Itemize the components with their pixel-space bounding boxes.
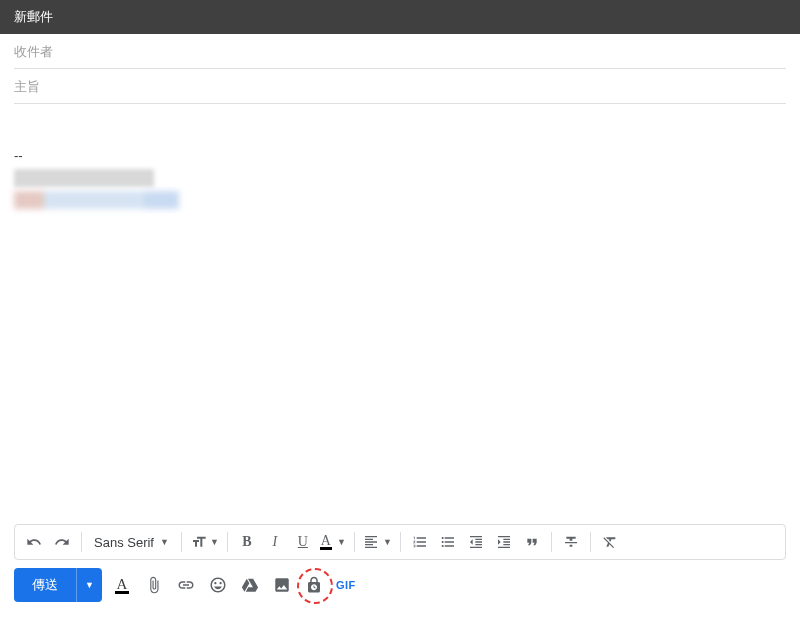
- chevron-down-icon: ▼: [383, 537, 392, 547]
- font-size-dropdown[interactable]: ▼: [188, 529, 221, 555]
- redo-button[interactable]: [49, 529, 75, 555]
- numbered-list-button[interactable]: [407, 529, 433, 555]
- font-family-label: Sans Serif: [94, 535, 154, 550]
- font-family-dropdown[interactable]: Sans Serif ▼: [88, 535, 175, 550]
- insert-drive-button[interactable]: [240, 575, 260, 595]
- insert-link-button[interactable]: [176, 575, 196, 595]
- subject-input[interactable]: [14, 79, 786, 94]
- bold-button[interactable]: B: [234, 529, 260, 555]
- bulleted-list-button[interactable]: [435, 529, 461, 555]
- insert-emoji-button[interactable]: [208, 575, 228, 595]
- toolbar-divider: [551, 532, 552, 552]
- remove-formatting-button[interactable]: [597, 529, 623, 555]
- signature-line-redacted: [14, 169, 154, 187]
- toolbar-divider: [81, 532, 82, 552]
- emoji-icon: [209, 576, 227, 594]
- align-dropdown[interactable]: ▼: [361, 529, 394, 555]
- lock-clock-icon: [305, 576, 323, 594]
- attach-file-button[interactable]: [144, 575, 164, 595]
- signature-line-redacted: [14, 191, 786, 209]
- chevron-down-icon: ▼: [160, 537, 169, 547]
- send-options-dropdown[interactable]: ▼: [76, 568, 102, 602]
- quote-button[interactable]: [519, 529, 545, 555]
- drive-icon: [241, 576, 259, 594]
- toolbar-divider: [590, 532, 591, 552]
- underline-button[interactable]: U: [290, 529, 316, 555]
- toolbar-divider: [354, 532, 355, 552]
- text-color-icon: A: [320, 535, 332, 550]
- toolbar-divider: [400, 532, 401, 552]
- chevron-down-icon: ▼: [337, 537, 346, 547]
- indent-less-button[interactable]: [463, 529, 489, 555]
- bottom-action-bar: 傳送 ▼ A GIF: [0, 568, 800, 616]
- compose-header: 新郵件: [0, 0, 800, 34]
- send-button[interactable]: 傳送: [14, 568, 76, 602]
- undo-button[interactable]: [21, 529, 47, 555]
- insert-gif-button[interactable]: GIF: [336, 575, 356, 595]
- subject-field-row: [14, 69, 786, 104]
- toolbar-divider: [227, 532, 228, 552]
- toolbar-divider: [181, 532, 182, 552]
- text-color-dropdown[interactable]: A ▼: [318, 529, 348, 555]
- to-input[interactable]: [14, 44, 786, 59]
- image-icon: [273, 576, 291, 594]
- chevron-down-icon: ▼: [210, 537, 219, 547]
- compose-title: 新郵件: [14, 9, 53, 24]
- compose-actions: A GIF: [112, 575, 356, 595]
- to-field-row: [14, 34, 786, 69]
- insert-photo-button[interactable]: [272, 575, 292, 595]
- signature-divider: --: [14, 148, 786, 163]
- formatting-toolbar: Sans Serif ▼ ▼ B I U A ▼ ▼: [14, 524, 786, 560]
- paperclip-icon: [145, 576, 163, 594]
- header-fields: [0, 34, 800, 104]
- italic-button[interactable]: I: [262, 529, 288, 555]
- gif-label: GIF: [336, 579, 356, 591]
- formatting-options-button[interactable]: A: [112, 575, 132, 595]
- confidential-mode-button[interactable]: [304, 575, 324, 595]
- message-body[interactable]: --: [0, 104, 800, 524]
- indent-more-button[interactable]: [491, 529, 517, 555]
- strikethrough-button[interactable]: [558, 529, 584, 555]
- link-icon: [177, 576, 195, 594]
- send-button-group: 傳送 ▼: [14, 568, 102, 602]
